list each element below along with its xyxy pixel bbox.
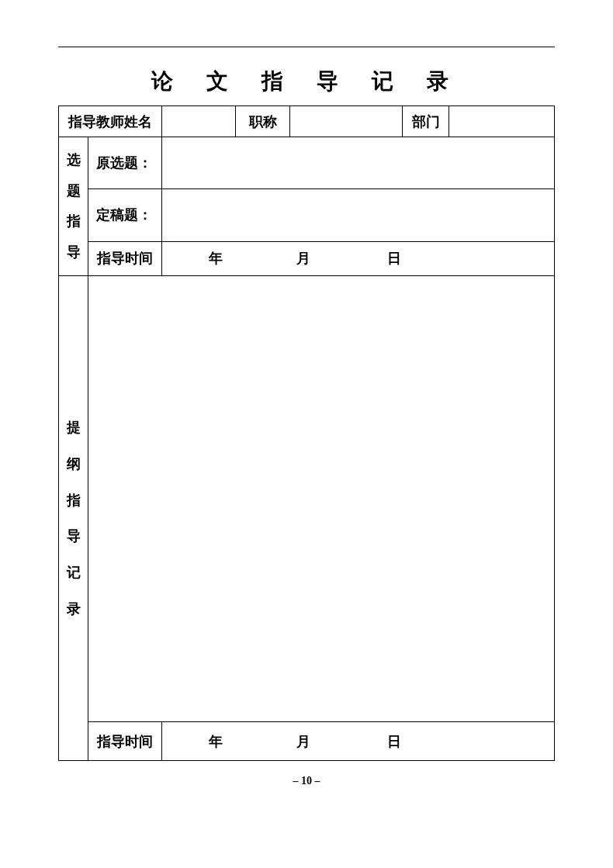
final-topic-value bbox=[162, 189, 555, 241]
original-topic-label: 原选题： bbox=[88, 137, 162, 189]
outline-time-value: 年 月 日 bbox=[162, 722, 555, 761]
guidance-record-table: 指导教师姓名 职称 部门 选题指导 原选题： 定稿题： 指导时间 年 月 日 提… bbox=[58, 105, 555, 761]
page-number: – 10 – bbox=[58, 775, 555, 787]
topic-time-label: 指导时间 bbox=[88, 241, 162, 276]
original-topic-value bbox=[162, 137, 555, 189]
job-title-value bbox=[290, 106, 403, 137]
final-topic-label: 定稿题： bbox=[88, 189, 162, 241]
topic-time-value: 年 月 日 bbox=[162, 241, 555, 276]
department-value bbox=[449, 106, 555, 137]
header-divider bbox=[58, 47, 555, 47]
teacher-name-value bbox=[162, 106, 236, 137]
page-title: 论 文 指 导 记 录 bbox=[58, 67, 555, 96]
outline-time-label: 指导时间 bbox=[88, 722, 162, 761]
teacher-name-label: 指导教师姓名 bbox=[59, 106, 162, 137]
topic-guidance-section-label: 选题指导 bbox=[59, 137, 88, 276]
department-label: 部门 bbox=[403, 106, 449, 137]
outline-guidance-section-label: 提纲指导记录 bbox=[59, 276, 88, 761]
outline-guidance-content bbox=[88, 276, 555, 722]
job-title-label: 职称 bbox=[236, 106, 290, 137]
